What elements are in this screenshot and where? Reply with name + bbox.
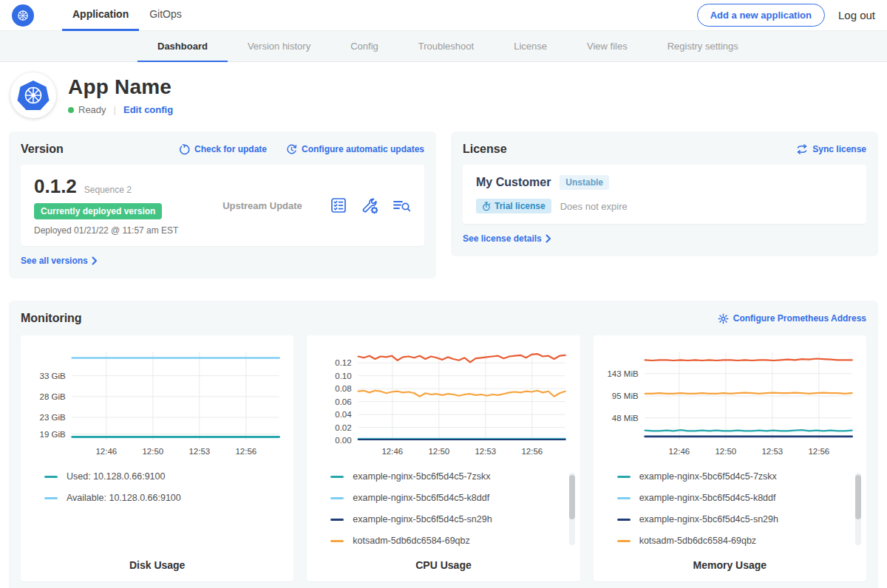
svg-text:12:46: 12:46	[668, 447, 690, 456]
subnav-tab-dashboard[interactable]: Dashboard	[137, 31, 228, 62]
svg-text:33 GiB: 33 GiB	[39, 372, 65, 380]
view-diff-icon[interactable]	[392, 197, 411, 213]
svg-text:19 GiB: 19 GiB	[39, 430, 65, 439]
current-version-card: 0.1.2 Sequence 2 Currently deployed vers…	[21, 165, 424, 246]
gear-icon	[718, 313, 729, 324]
svg-text:12:56: 12:56	[808, 447, 829, 456]
legend-swatch	[617, 497, 631, 499]
chart-plot: 0.000.020.040.060.080.100.1212:4612:5012…	[314, 344, 572, 461]
trial-license-badge: Trial license	[476, 199, 551, 213]
legend-label: example-nginx-5bc6f5d4c5-7zskx	[353, 471, 490, 482]
svg-text:12:46: 12:46	[95, 447, 117, 456]
chart-plot: 48 MiB95 MiB143 MiB12:4612:5012:5312:56	[601, 344, 859, 461]
see-license-details-link[interactable]: See license details	[463, 233, 551, 244]
svg-text:0.10: 0.10	[336, 372, 352, 380]
app-logo-icon	[10, 72, 56, 118]
svg-text:0.00: 0.00	[336, 436, 352, 445]
refresh-icon	[179, 144, 190, 155]
chart-legend: example-nginx-5bc6f5d4c5-7zskxexample-ng…	[330, 471, 572, 546]
legend-swatch	[617, 540, 631, 542]
check-for-update-link[interactable]: Check for update	[179, 144, 267, 155]
svg-text:0.04: 0.04	[336, 410, 353, 419]
legend-label: kotsadm-5db6dc6584-69qbz	[639, 536, 756, 546]
configure-prometheus-link[interactable]: Configure Prometheus Address	[718, 313, 866, 324]
version-source-label: Upstream Update	[195, 200, 330, 211]
legend-item: Used: 10.128.0.66:9100	[44, 471, 286, 482]
svg-text:0.08: 0.08	[336, 384, 352, 393]
legend-item: kotsadm-5db6dc6584-69qbz	[617, 536, 859, 546]
svg-text:143 MiB: 143 MiB	[607, 369, 639, 378]
subnav-tab-config[interactable]: Config	[330, 31, 398, 62]
license-customer-name: My Customer	[476, 176, 551, 189]
svg-text:12:46: 12:46	[382, 447, 404, 456]
subnav-tab-version-history[interactable]: Version history	[228, 31, 330, 62]
version-panel: Version Check for update Configure autom…	[9, 131, 436, 278]
svg-text:12:56: 12:56	[235, 447, 256, 456]
chart-title: CPU Usage	[314, 546, 572, 571]
license-expiry: Does not expire	[560, 201, 628, 212]
svg-text:12:56: 12:56	[522, 447, 543, 456]
subnav-tab-license[interactable]: License	[494, 31, 567, 62]
status-text: Ready	[78, 104, 106, 115]
legend-label: Available: 10.128.0.66:9100	[67, 493, 181, 503]
license-panel-title: License	[463, 143, 507, 156]
legend-label: example-nginx-5bc6f5d4c5-7zskx	[639, 471, 777, 482]
chart-title: Memory Usage	[601, 546, 859, 571]
legend-swatch	[330, 540, 344, 542]
monitoring-title: Monitoring	[21, 312, 82, 325]
chart-plot: 19 GiB23 GiB28 GiB33 GiB12:4612:5012:531…	[28, 344, 286, 461]
channel-badge: Unstable	[560, 175, 609, 190]
stopwatch-icon	[482, 202, 491, 211]
logout-button[interactable]: Log out	[838, 9, 875, 21]
edit-config-link[interactable]: Edit config	[123, 104, 173, 115]
version-sequence: Sequence 2	[84, 185, 132, 195]
svg-text:28 GiB: 28 GiB	[39, 392, 65, 401]
chart-card-disk-usage: 19 GiB23 GiB28 GiB33 GiB12:4612:5012:531…	[21, 335, 293, 581]
configure-automatic-updates-link[interactable]: Configure automatic updates	[286, 144, 424, 155]
legend-label: example-nginx-5bc6f5d4c5-sn29h	[353, 514, 492, 524]
chart-card-memory-usage: 48 MiB95 MiB143 MiB12:4612:5012:5312:56e…	[594, 335, 866, 581]
svg-text:12:50: 12:50	[429, 447, 450, 456]
deployed-timestamp: Deployed 01/21/22 @ 11:57 am EST	[34, 225, 195, 236]
subnav-tab-troubleshoot[interactable]: Troubleshoot	[398, 31, 494, 62]
svg-text:0.12: 0.12	[336, 358, 352, 367]
chart-legend: Used: 10.128.0.66:9100Available: 10.128.…	[44, 471, 286, 503]
legend-scrollbar-track	[855, 473, 861, 545]
legend-swatch	[330, 519, 344, 521]
svg-text:95 MiB: 95 MiB	[612, 392, 639, 400]
add-application-button[interactable]: Add a new application	[697, 4, 825, 27]
legend-item: example-nginx-5bc6f5d4c5-7zskx	[617, 471, 859, 482]
legend-scrollbar-track	[569, 473, 575, 545]
legend-label: example-nginx-5bc6f5d4c5-sn29h	[639, 514, 778, 524]
legend-swatch	[617, 519, 631, 521]
legend-swatch	[44, 476, 58, 478]
sync-license-link[interactable]: Sync license	[796, 144, 866, 154]
legend-label: Used: 10.128.0.66:9100	[67, 471, 165, 482]
legend-scrollbar-thumb[interactable]	[855, 475, 861, 519]
legend-label: kotsadm-5db6dc6584-69qbz	[353, 536, 469, 546]
version-number: 0.1.2	[34, 175, 77, 198]
license-card: My Customer Unstable Trial license Does …	[463, 165, 866, 224]
see-all-versions-link[interactable]: See all versions	[21, 256, 98, 266]
preflight-checklist-icon[interactable]	[330, 196, 347, 214]
monitoring-panel: Monitoring Configure Prometheus Address …	[9, 301, 878, 588]
divider: |	[114, 104, 116, 115]
legend-item: example-nginx-5bc6f5d4c5-7zskx	[330, 471, 572, 482]
clock-refresh-icon	[286, 144, 297, 155]
nav-tab-gitops[interactable]: GitOps	[139, 0, 192, 31]
subnav-tab-registry-settings[interactable]: Registry settings	[648, 31, 758, 62]
svg-text:48 MiB: 48 MiB	[612, 414, 639, 423]
app-header: App Name Ready | Edit config	[0, 62, 887, 131]
legend-swatch	[44, 497, 58, 499]
legend-item: Available: 10.128.0.66:9100	[44, 493, 286, 503]
nav-tab-application[interactable]: Application	[62, 0, 139, 31]
legend-label: example-nginx-5bc6f5d4c5-k8ddf	[639, 493, 776, 503]
config-wrench-icon[interactable]	[360, 196, 379, 214]
legend-item: example-nginx-5bc6f5d4c5-k8ddf	[617, 493, 859, 503]
legend-label: example-nginx-5bc6f5d4c5-k8ddf	[353, 493, 489, 503]
subnav-tab-view-files[interactable]: View files	[567, 31, 648, 62]
legend-item: example-nginx-5bc6f5d4c5-k8ddf	[330, 493, 572, 503]
legend-scrollbar-thumb[interactable]	[569, 475, 575, 519]
top-navbar: Application GitOps Add a new application…	[0, 0, 887, 31]
legend-item: example-nginx-5bc6f5d4c5-sn29h	[617, 514, 859, 524]
